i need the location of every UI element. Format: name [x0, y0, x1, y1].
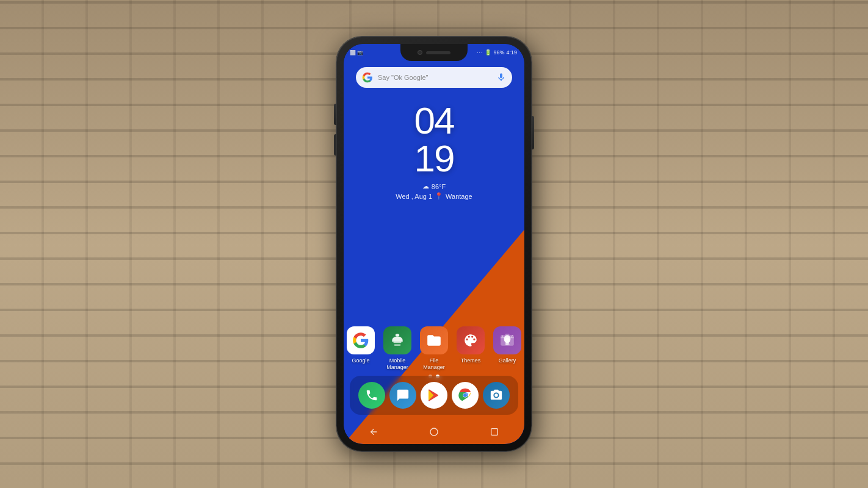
svg-rect-5: [506, 343, 508, 345]
svg-point-10: [463, 393, 467, 397]
mobile-manager-icon: [383, 326, 411, 354]
google-app-icon: [347, 326, 375, 354]
back-button[interactable]: [364, 423, 383, 441]
app-grid: Google Mobile Manager: [344, 326, 524, 371]
themes-icon: [457, 326, 485, 354]
google-logo-icon: [362, 72, 373, 83]
date-location: Wed , Aug 1 📍 Wantage: [344, 192, 524, 200]
speaker: [426, 51, 450, 54]
clock-hours: 04: [344, 102, 524, 140]
dock-chrome[interactable]: [452, 382, 479, 409]
app-themes[interactable]: Themes: [457, 326, 485, 371]
phone-shell: ⬜ 📷 ··· 🔋 96% 4:19: [336, 37, 532, 451]
dock-camera[interactable]: [483, 382, 510, 409]
svg-rect-0: [394, 342, 402, 343]
app-file-manager[interactable]: File Manager: [420, 326, 448, 371]
clock-minutes: 19: [344, 140, 524, 178]
search-bar[interactable]: Say "Ok Google": [356, 67, 512, 88]
app-gallery[interactable]: Gallery: [493, 326, 521, 371]
status-left: ⬜ 📷: [350, 50, 363, 56]
notification-icons: ⬜ 📷: [350, 50, 363, 56]
svg-rect-13: [491, 429, 497, 436]
gallery-icon: [493, 326, 521, 354]
svg-point-11: [495, 393, 499, 397]
svg-point-4: [504, 336, 511, 343]
app-mobile-manager[interactable]: Mobile Manager: [383, 326, 411, 371]
app-google[interactable]: Google: [347, 326, 375, 371]
battery-percent: 96%: [493, 49, 504, 56]
phone-screen: ⬜ 📷 ··· 🔋 96% 4:19: [344, 44, 524, 444]
notch: [400, 44, 468, 61]
pin-icon: 📍: [435, 192, 443, 200]
status-right: ··· 🔋 96% 4:19: [477, 49, 517, 56]
weather-icon: ☁: [422, 182, 429, 190]
dock-phone[interactable]: [358, 382, 385, 409]
clock-area: 04 19 ☁ 86°F Wed , Aug 1 📍 Wantage: [344, 102, 524, 200]
recents-button[interactable]: [485, 423, 504, 441]
search-placeholder: Say "Ok Google": [378, 74, 491, 81]
dock-play-store[interactable]: [421, 382, 447, 409]
mic-icon: [496, 73, 506, 82]
svg-rect-1: [394, 345, 401, 346]
battery-icon: 🔋: [485, 49, 491, 56]
date-text: Wed , Aug 1: [396, 193, 432, 200]
clock-status: 4:19: [506, 49, 517, 56]
weather-info: ☁ 86°F: [344, 182, 524, 190]
phone-inner: ⬜ 📷 ··· 🔋 96% 4:19: [344, 44, 524, 444]
temperature: 86°F: [432, 183, 446, 190]
dock-messages[interactable]: [389, 382, 416, 409]
gallery-label: Gallery: [499, 357, 516, 364]
file-manager-label: File Manager: [423, 357, 445, 371]
dock: [350, 376, 518, 415]
file-manager-icon: [420, 326, 448, 354]
home-button[interactable]: [425, 423, 443, 441]
themes-label: Themes: [461, 357, 481, 364]
phone: ⬜ 📷 ··· 🔋 96% 4:19: [336, 37, 532, 451]
google-label: Google: [352, 357, 369, 364]
svg-point-12: [430, 428, 438, 436]
front-camera: [418, 50, 422, 55]
mobile-manager-label: Mobile Manager: [386, 357, 408, 371]
dots-indicator: ···: [477, 49, 483, 56]
nav-bar: [344, 420, 524, 444]
location-text: Wantage: [446, 193, 472, 200]
